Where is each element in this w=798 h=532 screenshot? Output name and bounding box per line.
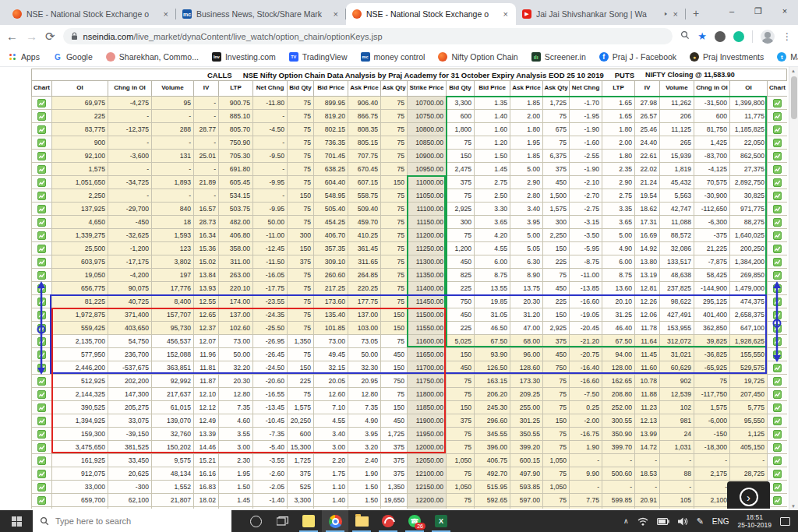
chart-icon[interactable] bbox=[773, 364, 782, 372]
chart-icon[interactable] bbox=[37, 377, 46, 386]
search-input[interactable] bbox=[55, 516, 211, 526]
chart-icon[interactable] bbox=[773, 403, 782, 412]
taskbar-search[interactable] bbox=[33, 510, 231, 532]
chart-icon[interactable] bbox=[37, 351, 46, 359]
taskbar-app-excel[interactable]: X bbox=[428, 510, 454, 532]
chart-icon[interactable] bbox=[37, 178, 46, 187]
chart-icon[interactable] bbox=[37, 311, 46, 319]
bookmark-item[interactable]: Sharekhan, Commo... bbox=[106, 52, 199, 62]
bookmark-item[interactable]: mcmoney control bbox=[361, 52, 425, 62]
chart-icon[interactable] bbox=[773, 99, 782, 107]
address-bar[interactable]: nseindia.com/live_market/dynaContent/liv… bbox=[63, 28, 673, 44]
page-scrollbar[interactable]: ▲ ▼ bbox=[789, 67, 798, 510]
chart-icon[interactable] bbox=[773, 456, 782, 465]
language-indicator[interactable]: ENG bbox=[712, 517, 729, 526]
tray-expand-icon[interactable]: ∧ bbox=[623, 517, 629, 525]
chart-icon[interactable] bbox=[37, 324, 46, 333]
chart-icon[interactable] bbox=[37, 192, 46, 200]
chart-icon[interactable] bbox=[773, 470, 782, 478]
chart-icon[interactable] bbox=[37, 298, 46, 306]
bookmark-item[interactable]: Apps bbox=[8, 52, 40, 62]
chart-icon[interactable] bbox=[773, 443, 782, 452]
refresh-button[interactable]: ⟳ bbox=[45, 30, 55, 42]
chart-icon[interactable] bbox=[37, 112, 46, 121]
wifi-icon[interactable] bbox=[637, 517, 648, 526]
chart-icon[interactable] bbox=[37, 258, 46, 266]
profile-avatar[interactable] bbox=[761, 30, 775, 44]
bookmark-item[interactable]: GGoogle bbox=[53, 52, 93, 62]
chart-icon[interactable] bbox=[37, 390, 46, 399]
chart-icon[interactable] bbox=[37, 139, 46, 147]
browser-tab[interactable]: NSE - National Stock Exchange o× bbox=[6, 3, 176, 25]
back-button[interactable]: ← bbox=[6, 30, 18, 42]
bookmark-item[interactable]: tMJ Twitter bbox=[777, 52, 798, 62]
chart-icon[interactable] bbox=[773, 417, 782, 425]
chart-icon[interactable] bbox=[773, 324, 782, 333]
scrollbar-up-icon[interactable]: ▲ bbox=[791, 69, 796, 73]
chart-icon[interactable] bbox=[773, 483, 782, 491]
chart-icon[interactable] bbox=[37, 284, 46, 293]
chart-icon[interactable] bbox=[37, 430, 46, 439]
chart-icon[interactable] bbox=[773, 496, 782, 505]
browser-tab[interactable]: mcBusiness News, Stock/Share Mark× bbox=[176, 3, 346, 25]
chart-icon[interactable] bbox=[773, 258, 782, 266]
chart-icon[interactable] bbox=[773, 271, 782, 280]
taskbar-app-file-explorer[interactable] bbox=[348, 510, 375, 532]
taskbar-app-trading[interactable] bbox=[375, 510, 401, 532]
tab-close-icon[interactable]: × bbox=[502, 9, 510, 19]
chart-icon[interactable] bbox=[773, 430, 782, 439]
taskbar-clock[interactable]: 18:51 25-10-2019 bbox=[738, 513, 772, 529]
tab-close-icon[interactable]: × bbox=[162, 9, 170, 19]
taskbar-app-whatsapp[interactable]: ☎26 bbox=[401, 510, 428, 532]
extension-icon-dark[interactable] bbox=[715, 31, 726, 42]
taskbar-app-sticky-notes[interactable] bbox=[295, 510, 322, 532]
chart-icon[interactable] bbox=[773, 178, 782, 187]
chart-icon[interactable] bbox=[37, 443, 46, 452]
task-view-button[interactable] bbox=[269, 510, 295, 532]
chart-icon[interactable] bbox=[37, 496, 46, 505]
chart-icon[interactable] bbox=[37, 483, 46, 491]
maximize-button[interactable]: ❐ bbox=[745, 0, 772, 22]
bookmark-item[interactable]: InvInvesting.com bbox=[212, 52, 276, 62]
chart-icon[interactable] bbox=[773, 231, 782, 240]
scrollbar-down-icon[interactable]: ▼ bbox=[791, 504, 796, 509]
chart-icon[interactable] bbox=[37, 417, 46, 425]
chart-icon[interactable] bbox=[773, 139, 782, 147]
close-button[interactable]: × bbox=[772, 0, 798, 22]
action-center-icon[interactable] bbox=[780, 517, 790, 526]
bookmark-item[interactable]: ●Praj Investments bbox=[690, 52, 764, 62]
tab-close-icon[interactable]: × bbox=[332, 9, 340, 19]
chart-icon[interactable] bbox=[37, 165, 46, 174]
new-tab-button[interactable]: + bbox=[686, 3, 706, 23]
chart-icon[interactable] bbox=[773, 112, 782, 121]
tab-close-icon[interactable]: × bbox=[672, 9, 680, 19]
chart-icon[interactable] bbox=[37, 218, 46, 227]
chart-icon[interactable] bbox=[773, 218, 782, 227]
browser-tab[interactable]: NSE - National Stock Exchange o× bbox=[346, 3, 516, 25]
chart-icon[interactable] bbox=[37, 231, 46, 240]
chart-icon[interactable] bbox=[37, 152, 46, 160]
chart-icon[interactable] bbox=[37, 271, 46, 280]
chart-icon[interactable] bbox=[773, 205, 782, 213]
chart-icon[interactable] bbox=[773, 311, 782, 319]
chart-icon[interactable] bbox=[37, 364, 46, 372]
chart-icon[interactable] bbox=[37, 125, 46, 134]
chart-icon[interactable] bbox=[773, 337, 782, 346]
chart-icon[interactable] bbox=[773, 152, 782, 160]
chart-icon[interactable] bbox=[773, 284, 782, 293]
forward-button[interactable]: → bbox=[26, 30, 37, 42]
chart-icon[interactable] bbox=[37, 403, 46, 412]
chart-icon[interactable] bbox=[773, 165, 782, 174]
chart-icon[interactable] bbox=[37, 99, 46, 107]
chart-icon[interactable] bbox=[37, 470, 46, 478]
battery-icon[interactable] bbox=[657, 518, 669, 525]
chart-icon[interactable] bbox=[37, 245, 46, 253]
scrollbar-thumb[interactable] bbox=[791, 76, 797, 119]
chart-icon[interactable] bbox=[773, 351, 782, 359]
chart-icon[interactable] bbox=[37, 205, 46, 213]
minimize-button[interactable]: – bbox=[719, 0, 745, 22]
zoom-icon[interactable] bbox=[680, 30, 690, 42]
browser-tab[interactable]: ▶Jai Jai Shivshankar Song | Wa🕨× bbox=[516, 3, 686, 25]
cortana-button[interactable] bbox=[242, 510, 269, 532]
bookmark-item[interactable]: TVTradingView bbox=[289, 52, 348, 62]
